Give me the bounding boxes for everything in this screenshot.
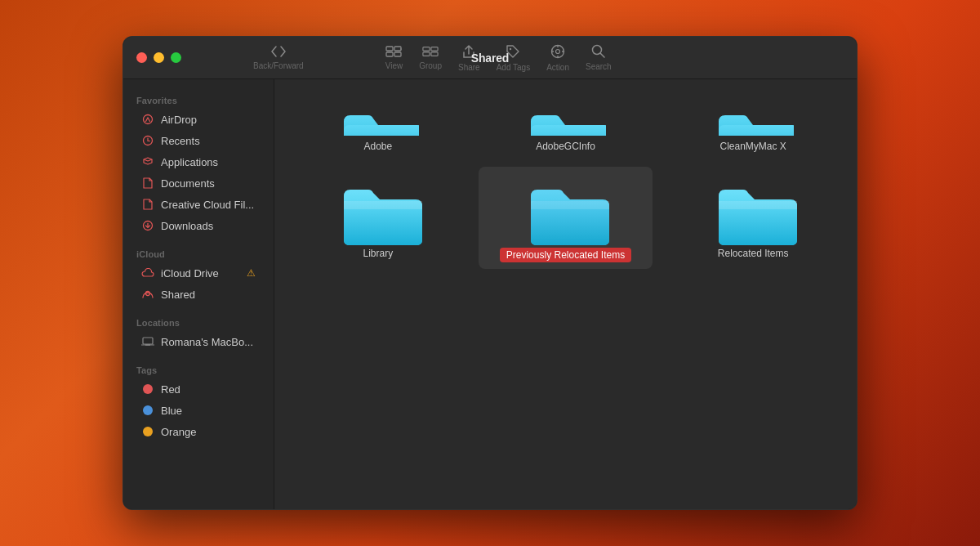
folder-adobegcinfo-icon	[524, 99, 606, 136]
blue-tag-icon	[141, 404, 154, 417]
sidebar-item-tag-red-label: Red	[161, 383, 180, 396]
action-button[interactable]: Action	[540, 41, 576, 75]
titlebar: Back/Forward Shared View	[123, 37, 857, 79]
back-forward-icon	[270, 46, 287, 60]
icloud-section-label: iCloud	[123, 243, 274, 262]
shared-icon	[141, 288, 154, 301]
action-icon	[550, 44, 565, 61]
svg-rect-4	[423, 47, 430, 51]
sidebar-item-icloud-drive[interactable]: iCloud Drive ⚠	[128, 262, 269, 284]
sidebar-item-tag-blue-label: Blue	[161, 405, 182, 417]
finder-window: Back/Forward Shared View	[122, 36, 858, 510]
folder-adobe-label: Adobe	[363, 141, 392, 152]
group-button[interactable]: Group	[412, 43, 448, 74]
svg-rect-5	[431, 47, 438, 51]
folder-library-label: Library	[363, 248, 393, 259]
search-button[interactable]: Search	[579, 41, 618, 74]
folder-prev-relocated[interactable]: Previously Relocated Items	[479, 167, 653, 269]
recents-icon	[141, 134, 154, 147]
folder-relocated-label: Relocated Items	[718, 248, 789, 259]
sidebar-item-macbook-label: Romana's MacBo...	[161, 336, 253, 348]
icloud-warning-icon: ⚠	[247, 267, 256, 279]
icloud-drive-icon	[141, 266, 154, 280]
orange-tag-icon	[141, 425, 154, 438]
documents-icon	[141, 177, 154, 190]
sidebar-item-downloads-label: Downloads	[161, 220, 213, 232]
folder-adobegcinfo-label: AdobeGCInfo	[536, 141, 595, 152]
folder-adobe[interactable]: Adobe	[291, 92, 466, 159]
folder-library[interactable]: Library	[291, 167, 466, 269]
minimize-button[interactable]	[154, 52, 164, 63]
main-area: Favorites AirDrop	[123, 79, 857, 509]
maximize-button[interactable]	[171, 52, 181, 63]
applications-icon	[141, 155, 154, 168]
group-icon	[422, 46, 439, 60]
sidebar: Favorites AirDrop	[123, 79, 274, 509]
red-tag-icon	[141, 383, 154, 396]
sidebar-item-airdrop-label: AirDrop	[161, 114, 197, 126]
svg-rect-23	[344, 125, 419, 136]
sidebar-item-recents-label: Recents	[161, 135, 200, 147]
svg-rect-21	[143, 338, 153, 344]
folder-relocated[interactable]: Relocated Items	[666, 167, 840, 269]
folder-cleanmymac[interactable]: CleanMyMac X	[666, 92, 840, 159]
sidebar-item-creative-cloud-label: Creative Cloud Fil...	[161, 199, 254, 211]
svg-rect-0	[386, 47, 393, 51]
titlebar-center: Shared	[471, 51, 509, 65]
sidebar-item-recents[interactable]: Recents	[128, 130, 269, 151]
folder-adobegcinfo[interactable]: AdobeGCInfo	[479, 92, 653, 159]
view-button[interactable]: View	[379, 43, 410, 74]
svg-rect-24	[531, 125, 606, 136]
view-icon	[385, 46, 402, 60]
sidebar-item-creative-cloud[interactable]: Creative Cloud Fil...	[128, 194, 269, 215]
sidebar-item-airdrop[interactable]: AirDrop	[128, 109, 269, 130]
toolbar: Back/Forward Shared View	[247, 41, 618, 75]
svg-point-20	[146, 291, 150, 295]
svg-rect-2	[386, 52, 393, 56]
action-label: Action	[546, 63, 569, 72]
group-label: Group	[419, 61, 442, 70]
search-label: Search	[586, 62, 612, 71]
sidebar-item-tag-orange[interactable]: Orange	[128, 421, 269, 442]
tags-section-label: Tags	[123, 359, 274, 378]
folder-adobe-icon	[337, 99, 419, 136]
close-button[interactable]	[136, 52, 147, 63]
airdrop-icon	[141, 113, 154, 126]
folder-cleanmymac-icon	[712, 99, 794, 136]
sidebar-item-shared[interactable]: Shared	[128, 284, 269, 305]
folder-prev-relocated-icon	[524, 173, 606, 243]
sidebar-item-applications-label: Applications	[161, 156, 218, 168]
svg-point-17	[144, 115, 153, 124]
svg-rect-3	[394, 52, 401, 56]
locations-section-label: Locations	[123, 311, 274, 331]
window-title: Shared	[471, 51, 509, 65]
sidebar-item-downloads[interactable]: Downloads	[128, 215, 269, 236]
view-label: View	[385, 61, 403, 70]
sidebar-item-tag-orange-label: Orange	[161, 426, 196, 438]
svg-rect-6	[423, 51, 430, 56]
back-forward-button[interactable]: Back/Forward	[247, 43, 310, 74]
svg-point-8	[510, 47, 511, 49]
sidebar-item-applications[interactable]: Applications	[128, 151, 269, 172]
sidebar-item-shared-label: Shared	[161, 289, 195, 301]
search-icon	[591, 44, 605, 60]
sidebar-item-macbook[interactable]: Romana's MacBo...	[128, 331, 269, 352]
svg-point-10	[556, 49, 560, 53]
svg-line-16	[600, 53, 604, 57]
svg-rect-1	[394, 47, 401, 51]
sidebar-item-documents[interactable]: Documents	[128, 172, 269, 194]
favorites-section-label: Favorites	[123, 89, 274, 109]
downloads-icon	[141, 219, 154, 232]
content-area: Adobe	[274, 79, 857, 509]
svg-rect-29	[531, 201, 609, 209]
svg-rect-25	[719, 125, 794, 136]
laptop-icon	[141, 335, 154, 348]
creative-cloud-icon	[141, 198, 154, 211]
sidebar-item-tag-blue[interactable]: Blue	[128, 400, 269, 421]
traffic-lights	[136, 52, 181, 63]
svg-rect-7	[431, 51, 438, 56]
sidebar-item-tag-red[interactable]: Red	[128, 378, 269, 400]
back-forward-label: Back/Forward	[253, 61, 304, 70]
folder-cleanmymac-label: CleanMyMac X	[719, 141, 786, 152]
svg-rect-31	[719, 201, 797, 209]
